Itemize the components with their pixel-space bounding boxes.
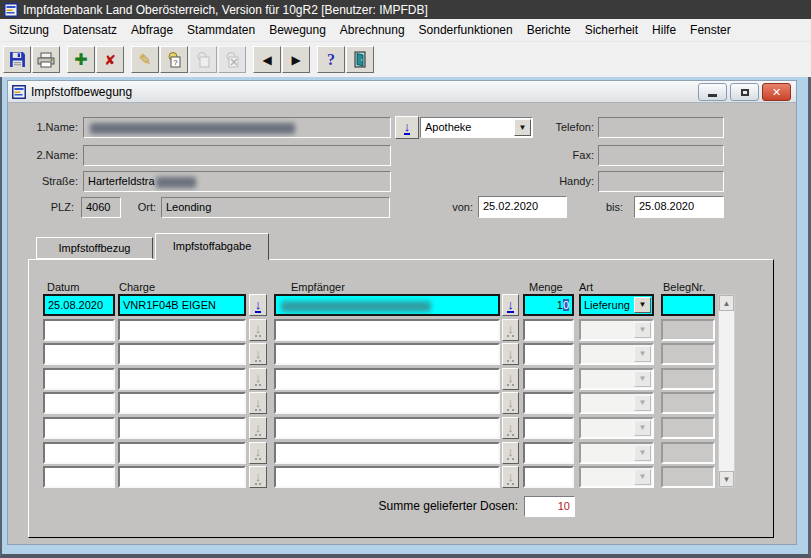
empfaenger-lov-button[interactable]: ↓ xyxy=(502,442,519,464)
empfaenger-cell[interactable] xyxy=(274,343,500,365)
charge-cell[interactable] xyxy=(118,319,246,341)
menge-cell[interactable] xyxy=(523,319,574,341)
charge-lov-button[interactable]: ↓ xyxy=(249,319,267,341)
empfaenger-lov-button[interactable]: ↓ xyxy=(502,392,519,414)
art-cell[interactable]: ▼ xyxy=(579,343,654,365)
art-dropdown-icon[interactable]: ▼ xyxy=(634,297,651,313)
menu-bewegung[interactable]: Bewegung xyxy=(262,19,333,41)
scroll-up-button[interactable]: ▲ xyxy=(719,295,734,311)
charge-cell[interactable]: VNR1F04B EIGEN xyxy=(118,294,246,316)
menge-cell[interactable]: 10 xyxy=(523,294,574,316)
art-cell[interactable]: ▼ xyxy=(579,466,654,488)
datum-cell[interactable] xyxy=(43,343,115,365)
delete-record-button[interactable]: ✘ xyxy=(96,46,124,73)
empfaenger-lov-button[interactable]: ↓ xyxy=(502,294,519,316)
save-button[interactable] xyxy=(3,46,31,73)
menu-sonderfunktionen[interactable]: Sonderfunktionen xyxy=(412,19,520,41)
restore-button[interactable] xyxy=(730,83,759,101)
name-lov-button[interactable]: ↓ xyxy=(395,116,419,139)
belegnr-cell[interactable] xyxy=(661,294,715,316)
datum-cell[interactable] xyxy=(43,392,115,414)
datum-cell[interactable] xyxy=(43,466,115,488)
menu-sitzung[interactable]: Sitzung xyxy=(2,19,56,41)
datum-cell[interactable]: 25.08.2020 xyxy=(43,294,115,316)
ort-field[interactable]: Leonding xyxy=(161,197,390,218)
previous-record-button[interactable]: ◀ xyxy=(253,46,281,73)
empfaenger-cell[interactable] xyxy=(274,319,500,341)
exit-button[interactable] xyxy=(346,46,374,73)
help-button[interactable]: ? xyxy=(317,46,345,73)
menu-abfrage[interactable]: Abfrage xyxy=(124,19,180,41)
telefon-field[interactable] xyxy=(598,117,724,138)
menu-abrechnung[interactable]: Abrechnung xyxy=(333,19,412,41)
charge-lov-button[interactable]: ↓ xyxy=(249,343,267,365)
tab-impfstoffabgabe[interactable]: Impfstoffabgabe xyxy=(155,233,269,260)
menu-datensatz[interactable]: Datensatz xyxy=(56,19,124,41)
tab-impfstoffbezug[interactable]: Impfstoffbezug xyxy=(36,237,153,259)
empfaenger-cell[interactable] xyxy=(274,368,500,390)
empfaenger-cell[interactable] xyxy=(274,442,500,464)
charge-cell[interactable] xyxy=(118,466,246,488)
charge-lov-button[interactable]: ↓ xyxy=(249,442,267,464)
art-cell[interactable]: ▼ xyxy=(579,442,654,464)
menu-berichte[interactable]: Berichte xyxy=(520,19,578,41)
charge-lov-button[interactable]: ↓ xyxy=(249,417,267,439)
partner-type-combobox[interactable]: Apotheke ▼ xyxy=(420,117,533,138)
empfaenger-cell[interactable] xyxy=(274,466,500,488)
charge-lov-button[interactable]: ↓ xyxy=(249,392,267,414)
cancel-query-button[interactable] xyxy=(218,46,246,73)
close-button[interactable]: ✕ xyxy=(762,83,791,101)
menge-cell[interactable] xyxy=(523,368,574,390)
art-cell[interactable]: Lieferung▼ xyxy=(579,294,654,316)
empfaenger-lov-button[interactable]: ↓ xyxy=(502,417,519,439)
datum-cell[interactable] xyxy=(43,368,115,390)
charge-lov-button[interactable]: ↓ xyxy=(249,466,267,488)
datum-cell[interactable] xyxy=(43,442,115,464)
menu-fenster[interactable]: Fenster xyxy=(683,19,738,41)
name1-field[interactable] xyxy=(83,117,391,138)
charge-cell[interactable] xyxy=(118,442,246,464)
scroll-down-button[interactable]: ▼ xyxy=(719,471,734,487)
datum-cell[interactable] xyxy=(43,417,115,439)
empfaenger-cell[interactable] xyxy=(274,294,500,316)
menu-sicherheit[interactable]: Sicherheit xyxy=(578,19,645,41)
menge-cell[interactable] xyxy=(523,343,574,365)
enter-query-button[interactable]: ? xyxy=(160,46,188,73)
charge-cell[interactable] xyxy=(118,343,246,365)
art-cell[interactable]: ▼ xyxy=(579,319,654,341)
print-button[interactable] xyxy=(32,46,60,73)
dialog-titlebar[interactable]: Impfstoffbewegung ✕ xyxy=(8,81,796,103)
empfaenger-lov-button[interactable]: ↓ xyxy=(502,466,519,488)
menu-hilfe[interactable]: Hilfe xyxy=(645,19,683,41)
empfaenger-cell[interactable] xyxy=(274,392,500,414)
art-cell[interactable]: ▼ xyxy=(579,368,654,390)
menge-cell[interactable] xyxy=(523,466,574,488)
von-date-field[interactable]: 25.02.2020 xyxy=(478,196,567,218)
name2-field[interactable] xyxy=(83,145,391,166)
art-cell[interactable]: ▼ xyxy=(579,417,654,439)
empfaenger-cell[interactable] xyxy=(274,417,500,439)
charge-lov-button[interactable]: ↓ xyxy=(249,368,267,390)
datum-cell[interactable] xyxy=(43,319,115,341)
empfaenger-lov-button[interactable]: ↓ xyxy=(502,319,519,341)
execute-query-button[interactable] xyxy=(189,46,217,73)
strasse-field[interactable]: Harterfeldstra xyxy=(83,171,391,192)
insert-record-button[interactable]: ✚ xyxy=(67,46,95,73)
edit-button[interactable]: ✎ xyxy=(131,46,159,73)
menge-cell[interactable] xyxy=(523,442,574,464)
plz-field[interactable]: 4060 xyxy=(81,197,121,218)
menge-cell[interactable] xyxy=(523,417,574,439)
next-record-button[interactable]: ▶ xyxy=(282,46,310,73)
art-cell[interactable]: ▼ xyxy=(579,392,654,414)
handy-field[interactable] xyxy=(598,171,724,192)
menu-stammdaten[interactable]: Stammdaten xyxy=(180,19,262,41)
bis-date-field[interactable]: 25.08.2020 xyxy=(634,196,724,218)
empfaenger-lov-button[interactable]: ↓ xyxy=(502,343,519,365)
charge-cell[interactable] xyxy=(118,392,246,414)
charge-lov-button[interactable]: ↓ xyxy=(249,294,267,316)
charge-cell[interactable] xyxy=(118,417,246,439)
table-scrollbar[interactable]: ▲ ▼ xyxy=(718,294,735,488)
charge-cell[interactable] xyxy=(118,368,246,390)
empfaenger-lov-button[interactable]: ↓ xyxy=(502,368,519,390)
minimize-button[interactable] xyxy=(698,83,727,101)
